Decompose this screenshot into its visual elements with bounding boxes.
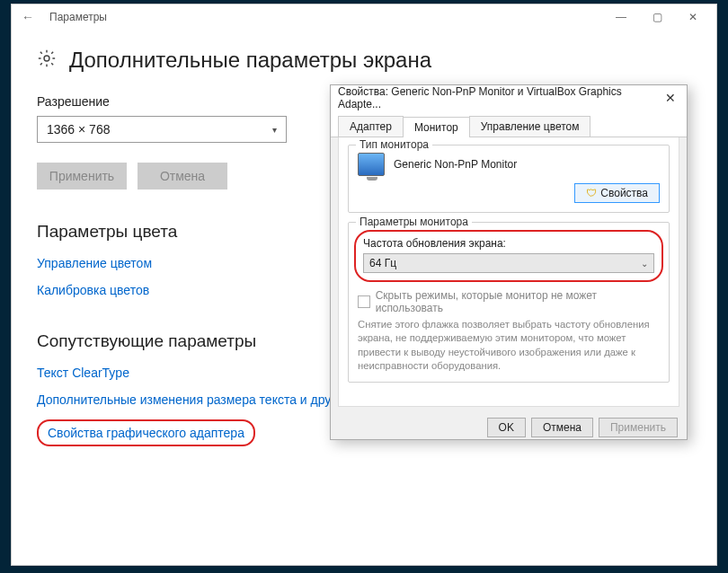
- highlight-adapter-link: Свойства графического адаптера: [37, 419, 255, 446]
- dialog-cancel-button[interactable]: Отмена: [531, 418, 593, 437]
- chevron-down-icon: ⌄: [641, 259, 648, 269]
- refresh-rate-label: Частота обновления экрана:: [363, 237, 654, 250]
- back-button[interactable]: ←: [17, 6, 39, 28]
- gear-icon: [37, 48, 57, 72]
- monitor-icon: [358, 153, 385, 176]
- hide-modes-label: Скрыть режимы, которые монитор не может …: [376, 289, 660, 314]
- dialog-body: Тип монитора Generic Non-PnP Monitor 🛡 С…: [338, 137, 679, 407]
- dialog-apply-button[interactable]: Применить: [599, 418, 678, 437]
- page-header: Дополнительные параметры экрана: [37, 48, 691, 73]
- page-title: Дополнительные параметры экрана: [69, 48, 431, 73]
- tab-color[interactable]: Управление цветом: [469, 116, 591, 137]
- resolution-select[interactable]: 1366 × 768 ▾: [37, 116, 287, 143]
- refresh-rate-value: 64 Гц: [369, 257, 396, 269]
- refresh-rate-select[interactable]: 64 Гц ⌄: [363, 253, 654, 273]
- tab-adapter[interactable]: Адаптер: [338, 116, 404, 137]
- dialog-titlebar: Свойства: Generic Non-PnP Monitor и Virt…: [331, 85, 687, 110]
- minimize-button[interactable]: —: [603, 6, 639, 28]
- group-monitor-params-title: Параметры монитора: [356, 216, 472, 228]
- tab-monitor[interactable]: Монитор: [403, 117, 470, 137]
- close-button[interactable]: ✕: [675, 6, 711, 28]
- apply-button[interactable]: Применить: [37, 163, 127, 190]
- link-adapter-properties[interactable]: Свойства графического адаптера: [48, 426, 244, 440]
- dialog-close-button[interactable]: ✕: [661, 91, 679, 105]
- monitor-properties-dialog: Свойства: Generic Non-PnP Monitor и Virt…: [330, 84, 688, 440]
- hide-modes-row[interactable]: Скрыть режимы, которые монитор не может …: [358, 289, 660, 314]
- group-monitor-type: Тип монитора Generic Non-PnP Monitor 🛡 С…: [348, 145, 670, 213]
- dialog-title: Свойства: Generic Non-PnP Monitor и Virt…: [338, 85, 661, 110]
- dialog-tabs: Адаптер Монитор Управление цветом: [331, 110, 687, 137]
- window-title: Параметры: [49, 11, 107, 23]
- shield-icon: 🛡: [586, 187, 597, 199]
- monitor-properties-button-label: Свойства: [600, 187, 648, 199]
- hide-modes-checkbox[interactable]: [358, 295, 370, 308]
- titlebar: ← Параметры — ▢ ✕: [12, 4, 716, 30]
- monitor-name: Generic Non-PnP Monitor: [394, 158, 517, 171]
- chevron-down-icon: ▾: [272, 125, 277, 135]
- highlight-refresh-rate: Частота обновления экрана: 64 Гц ⌄: [354, 230, 663, 282]
- monitor-properties-button[interactable]: 🛡 Свойства: [574, 183, 660, 203]
- dialog-footer: OK Отмена Применить: [331, 412, 687, 446]
- maximize-button[interactable]: ▢: [639, 6, 675, 28]
- svg-point-0: [44, 56, 49, 61]
- resolution-value: 1366 × 768: [47, 122, 110, 137]
- cancel-button[interactable]: Отмена: [138, 163, 227, 190]
- dialog-ok-button[interactable]: OK: [487, 418, 526, 437]
- hide-modes-hint: Снятие этого флажка позволяет выбрать ча…: [358, 318, 660, 373]
- group-monitor-params: Параметры монитора Частота обновления эк…: [348, 222, 670, 383]
- group-monitor-type-title: Тип монитора: [356, 138, 432, 151]
